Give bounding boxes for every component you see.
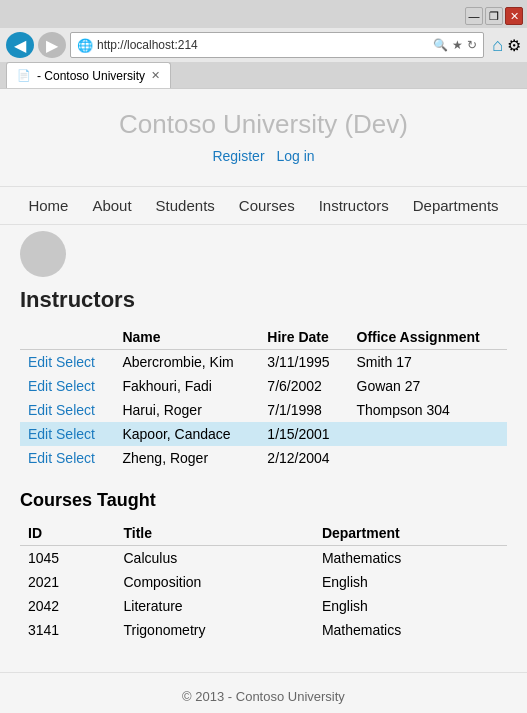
table-row: 3141 Trigonometry Mathematics <box>20 618 507 642</box>
courses-table-header: ID Title Department <box>20 521 507 546</box>
row-hire-date: 2/12/2004 <box>259 446 348 470</box>
row-office <box>349 446 508 470</box>
table-row: Edit Select Abercrombie, Kim 3/11/1995 S… <box>20 350 507 375</box>
page-footer: © 2013 - Contoso University <box>0 672 527 713</box>
col-department: Department <box>314 521 507 546</box>
footer-text: © 2013 - Contoso University <box>182 689 345 704</box>
avatar <box>20 231 66 277</box>
browser-chrome: — ❐ ✕ ◀ ▶ 🌐 🔍 ★ ↻ ⌂ ⚙ 📄 - Contoso Univer… <box>0 0 527 89</box>
table-row: 2021 Composition English <box>20 570 507 594</box>
nav-departments[interactable]: Departments <box>413 197 499 214</box>
main-nav: Home About Students Courses Instructors … <box>0 186 527 225</box>
address-icons: 🔍 ★ ↻ <box>433 38 477 52</box>
row-hire-date: 7/1/1998 <box>259 398 348 422</box>
home-button[interactable]: ⌂ <box>492 35 503 56</box>
row-actions: Edit Select <box>20 398 114 422</box>
course-title: Composition <box>116 570 314 594</box>
row-office: Smith 17 <box>349 350 508 375</box>
select-link[interactable]: Select <box>56 354 95 370</box>
courses-table: ID Title Department 1045 Calculus Mathem… <box>20 521 507 642</box>
nav-home[interactable]: Home <box>28 197 68 214</box>
row-actions: Edit Select <box>20 446 114 470</box>
select-link[interactable]: Select <box>56 378 95 394</box>
tab-bar: 📄 - Contoso University ✕ <box>0 62 527 88</box>
instructors-heading: Instructors <box>20 287 507 313</box>
select-link[interactable]: Select <box>56 426 95 442</box>
edit-link[interactable]: Edit <box>28 426 52 442</box>
table-row: 1045 Calculus Mathematics <box>20 546 507 571</box>
back-button[interactable]: ◀ <box>6 32 34 58</box>
tab-close-button[interactable]: ✕ <box>151 69 160 82</box>
course-id: 2021 <box>20 570 116 594</box>
site-title: Contoso University (Dev) <box>0 109 527 140</box>
course-title: Trigonometry <box>116 618 314 642</box>
browser-icon: 🌐 <box>77 38 93 53</box>
row-name: Harui, Roger <box>114 398 259 422</box>
table-row: 2042 Literature English <box>20 594 507 618</box>
address-input[interactable] <box>97 38 433 52</box>
instructors-table-header: Name Hire Date Office Assignment <box>20 325 507 350</box>
browser-toolbar: ◀ ▶ 🌐 🔍 ★ ↻ ⌂ ⚙ <box>0 28 527 62</box>
avatar-area <box>0 225 527 277</box>
course-id: 2042 <box>20 594 116 618</box>
col-office: Office Assignment <box>349 325 508 350</box>
row-name: Zheng, Roger <box>114 446 259 470</box>
nav-instructors[interactable]: Instructors <box>319 197 389 214</box>
row-actions: Edit Select <box>20 374 114 398</box>
edit-link[interactable]: Edit <box>28 378 52 394</box>
select-link[interactable]: Select <box>56 402 95 418</box>
site-header: Contoso University (Dev) Register Log in <box>0 89 527 186</box>
course-department: Mathematics <box>314 546 507 571</box>
col-name: Name <box>114 325 259 350</box>
row-actions: Edit Select <box>20 422 114 446</box>
search-icon: 🔍 <box>433 38 448 52</box>
nav-courses[interactable]: Courses <box>239 197 295 214</box>
row-name: Kapoor, Candace <box>114 422 259 446</box>
row-office: Gowan 27 <box>349 374 508 398</box>
row-name: Abercrombie, Kim <box>114 350 259 375</box>
table-row: Edit Select Zheng, Roger 2/12/2004 <box>20 446 507 470</box>
course-department: English <box>314 594 507 618</box>
course-department: English <box>314 570 507 594</box>
row-actions: Edit Select <box>20 350 114 375</box>
instructors-table: Name Hire Date Office Assignment Edit Se… <box>20 325 507 470</box>
nav-students[interactable]: Students <box>156 197 215 214</box>
edit-link[interactable]: Edit <box>28 450 52 466</box>
register-link[interactable]: Register <box>212 148 264 164</box>
edit-link[interactable]: Edit <box>28 402 52 418</box>
page-content: Contoso University (Dev) Register Log in… <box>0 89 527 713</box>
favorite-icon: ★ <box>452 38 463 52</box>
browser-tab[interactable]: 📄 - Contoso University ✕ <box>6 62 171 88</box>
row-hire-date: 3/11/1995 <box>259 350 348 375</box>
nav-about[interactable]: About <box>92 197 131 214</box>
browser-titlebar: — ❐ ✕ <box>0 0 527 28</box>
row-office: Thompson 304 <box>349 398 508 422</box>
course-title: Calculus <box>116 546 314 571</box>
table-row: Edit Select Fakhouri, Fadi 7/6/2002 Gowa… <box>20 374 507 398</box>
select-link[interactable]: Select <box>56 450 95 466</box>
courses-section: Courses Taught ID Title Department 1045 … <box>20 490 507 642</box>
address-bar[interactable]: 🌐 🔍 ★ ↻ <box>70 32 484 58</box>
edit-link[interactable]: Edit <box>28 354 52 370</box>
minimize-button[interactable]: — <box>465 7 483 25</box>
row-hire-date: 1/15/2001 <box>259 422 348 446</box>
main-content: Instructors Name Hire Date Office Assign… <box>0 277 527 662</box>
login-link[interactable]: Log in <box>276 148 314 164</box>
col-title: Title <box>116 521 314 546</box>
course-department: Mathematics <box>314 618 507 642</box>
col-actions <box>20 325 114 350</box>
table-row: Edit Select Harui, Roger 7/1/1998 Thomps… <box>20 398 507 422</box>
forward-button[interactable]: ▶ <box>38 32 66 58</box>
course-id: 1045 <box>20 546 116 571</box>
auth-nav: Register Log in <box>0 148 527 164</box>
tab-title: - Contoso University <box>37 69 145 83</box>
col-id: ID <box>20 521 116 546</box>
table-row: Edit Select Kapoor, Candace 1/15/2001 <box>20 422 507 446</box>
maximize-button[interactable]: ❐ <box>485 7 503 25</box>
close-button[interactable]: ✕ <box>505 7 523 25</box>
row-office <box>349 422 508 446</box>
settings-icon[interactable]: ⚙ <box>507 36 521 55</box>
course-title: Literature <box>116 594 314 618</box>
row-hire-date: 7/6/2002 <box>259 374 348 398</box>
tab-icon: 📄 <box>17 69 31 82</box>
